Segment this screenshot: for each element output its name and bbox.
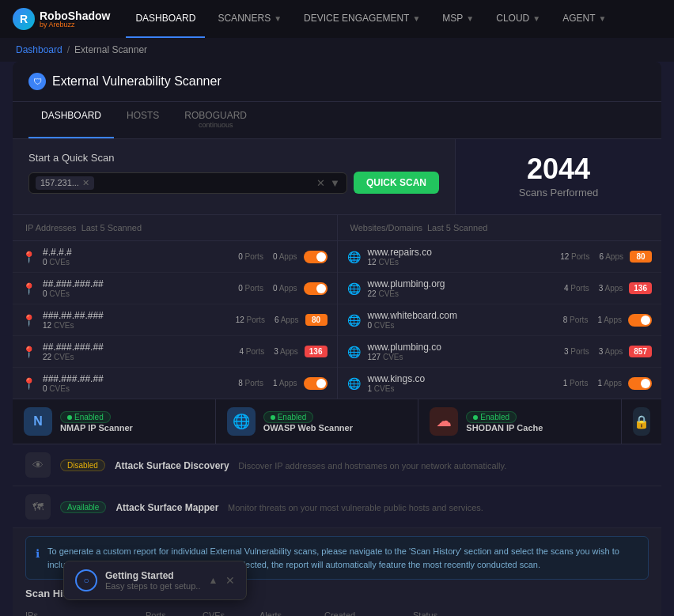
nmap-name: NMAP IP Scanner <box>60 423 204 433</box>
nav-agent[interactable]: AGENT ▼ <box>553 0 615 38</box>
tool-owasp-info: Enabled OWASP Web Scanner <box>263 410 407 433</box>
toast-expand-icon[interactable]: ▲ <box>208 575 218 586</box>
row-ip-name: ##.###.###.## 22 CVEs <box>43 342 233 361</box>
nav-scanners[interactable]: SCANNERS ▼ <box>208 0 291 38</box>
nav-device-engagement[interactable]: DEVICE ENGAGEMENT ▼ <box>294 0 430 38</box>
nav-agent-chevron: ▼ <box>599 14 607 23</box>
location-icon: 📍 <box>22 346 36 358</box>
row-stats: 4 Ports 3 Apps <box>564 284 623 293</box>
row-website-name: www.plumbing.co 127 CVEs <box>368 342 559 361</box>
shodan-name: SHODAN IP Cache <box>466 423 610 433</box>
row-toggle[interactable] <box>628 314 652 327</box>
logo: R RoboShadow by Arebuzz <box>13 8 110 30</box>
breadcrumb-separator: / <box>67 44 70 55</box>
globe-icon: 🌐 <box>347 377 362 390</box>
quick-scan-button[interactable]: QUICK SCAN <box>354 172 439 194</box>
toast-close-icon[interactable]: ✕ <box>225 574 235 587</box>
feature-attack-surface-mapper: 🗺 Available Attack Surface Mapper Monito… <box>13 486 661 528</box>
row-toggle[interactable] <box>304 377 328 390</box>
scanner-tabs: DASHBOARD HOSTS ROBOGUARD continuous <box>13 102 661 139</box>
nav-cloud-chevron: ▼ <box>532 14 540 23</box>
nav-msp[interactable]: MSP ▼ <box>433 0 483 38</box>
row-toggle[interactable] <box>628 377 652 390</box>
nav-scanners-chevron: ▼ <box>274 14 282 23</box>
getting-started-toast[interactable]: ○ Getting Started Easy steps to get setu… <box>63 561 247 600</box>
nav-cloud[interactable]: CLOUD ▼ <box>487 0 550 38</box>
col-ips: IPs <box>25 610 136 616</box>
shodan-status-badge: Enabled <box>466 411 517 423</box>
table-row[interactable]: 🌐 www.plumbing.co 127 CVEs 3 Ports 3 App… <box>338 336 662 368</box>
row-badge: 136 <box>629 282 652 294</box>
table-row[interactable]: 🌐 www.whiteboard.com 0 CVEs 8 Ports 1 Ap… <box>338 304 662 336</box>
scan-input-row: 157.231... ✕ ✕ ▼ QUICK SCAN <box>28 172 439 194</box>
enabled-dot <box>67 415 72 420</box>
breadcrumb-home[interactable]: Dashboard <box>16 44 62 55</box>
scan-tag: 157.231... ✕ <box>36 176 94 190</box>
globe-icon: 🌐 <box>347 314 362 327</box>
location-icon: 📍 <box>22 377 36 390</box>
scan-clear-icon[interactable]: ✕ <box>316 177 325 189</box>
scan-tag-remove[interactable]: ✕ <box>82 178 89 188</box>
globe-icon: 🌐 <box>347 282 362 295</box>
row-stats: 0 Ports 0 Apps <box>238 284 297 293</box>
table-row[interactable]: 📍 #.#.#.# 0 CVEs 0 Ports 0 Apps <box>13 241 337 273</box>
row-toggle[interactable] <box>304 282 328 295</box>
table-row[interactable]: 🌐 www.repairs.co 12 CVEs 12 Ports 6 Apps… <box>338 241 662 273</box>
enabled-dot <box>473 415 478 420</box>
tab-dashboard[interactable]: DASHBOARD <box>28 102 114 138</box>
toast-text: Getting Started Easy steps to get setup.… <box>105 570 200 591</box>
nav-dashboard[interactable]: DASHBOARD <box>126 0 205 38</box>
scan-input-wrap[interactable]: 157.231... ✕ ✕ ▼ <box>28 172 347 194</box>
location-icon: 📍 <box>22 282 36 295</box>
tab-hosts[interactable]: HOSTS <box>114 102 172 138</box>
scanner-icon: 🛡 <box>28 73 46 90</box>
row-stats: 1 Ports 1 Apps <box>563 379 622 387</box>
row-stats: 8 Ports 1 Apps <box>238 379 297 387</box>
feature-attack-surface-discovery: 👁 Disabled Attack Surface Discovery Disc… <box>13 444 661 486</box>
table-row[interactable]: 📍 ###.##.##.### 12 CVEs 12 Ports 6 Apps … <box>13 304 337 336</box>
nav-msp-chevron: ▼ <box>466 14 474 23</box>
feature-discovery-badge: Disabled <box>60 459 105 471</box>
table-row[interactable]: 📍 ###.###.##.## 0 CVEs 8 Ports 1 Apps <box>13 368 337 399</box>
row-stats: 12 Ports 6 Apps <box>560 252 623 261</box>
row-website-name: www.whiteboard.com 0 CVEs <box>368 310 557 330</box>
quick-scan-left: Start a Quick Scan 157.231... ✕ ✕ ▼ QUIC… <box>13 139 456 214</box>
row-toggle[interactable] <box>304 251 328 263</box>
table-row[interactable]: 📍 ##.###.###.## 22 CVEs 4 Ports 3 Apps 1… <box>13 336 337 368</box>
row-ip-name: ###.##.##.### 12 CVEs <box>43 310 229 330</box>
quick-scan-title: Start a Quick Scan <box>28 152 439 164</box>
info-icon: ℹ <box>36 546 40 562</box>
logo-icon: R <box>13 8 35 30</box>
tab-roboguard[interactable]: ROBOGUARD continuous <box>172 102 259 138</box>
scanner-header: 🛡 External Vulnerability Scanner <box>13 62 661 102</box>
feature-rows: 👁 Disabled Attack Surface Discovery Disc… <box>13 444 661 528</box>
websites-panel: Websites/Domains Last 5 Scanned 🌐 www.re… <box>338 215 662 399</box>
row-stats: 12 Ports 6 Apps <box>236 316 299 324</box>
tool-shodan-info: Enabled SHODAN IP Cache <box>466 410 610 433</box>
table-row[interactable]: 📍 ##.###.###.## 0 CVEs 0 Ports 0 Apps <box>13 273 337 304</box>
ip-addresses-panel: IP Addresses Last 5 Scanned 📍 #.#.#.# 0 … <box>13 215 338 399</box>
row-website-name: www.kings.co 1 CVEs <box>368 373 557 393</box>
tool-owasp: 🌐 Enabled OWASP Web Scanner <box>216 399 419 444</box>
main-panel: 🛡 External Vulnerability Scanner DASHBOA… <box>13 62 661 616</box>
table-row[interactable]: 🌐 www.plumbing.org 22 CVEs 4 Ports 3 App… <box>338 273 662 304</box>
tools-row: N Enabled NMAP IP Scanner 🌐 Enabled OWAS… <box>13 399 661 444</box>
row-stats: 0 Ports 0 Apps <box>238 252 297 261</box>
owasp-status-badge: Enabled <box>263 411 314 423</box>
row-ip-name: #.#.#.# 0 CVEs <box>43 247 232 266</box>
row-ip-name: ##.###.###.## 0 CVEs <box>43 278 232 298</box>
globe-icon: 🌐 <box>347 346 362 358</box>
shodan-icon: ☁ <box>430 407 458 436</box>
row-badge: 80 <box>630 251 652 263</box>
scan-dropdown-icon[interactable]: ▼ <box>330 177 340 189</box>
top-nav: R RoboShadow by Arebuzz DASHBOARD SCANNE… <box>0 0 674 38</box>
toast-subtitle: Easy steps to get setup.. <box>105 581 200 591</box>
feature-mapper-text: Attack Surface Mapper Monitor threats on… <box>115 501 649 513</box>
tool-extra: 🔒 <box>622 399 661 444</box>
col-cves: CVEs <box>203 610 250 616</box>
row-stats: 8 Ports 1 Apps <box>563 316 622 324</box>
col-alerts: Alerts <box>259 610 315 616</box>
table-row[interactable]: 🌐 www.kings.co 1 CVEs 1 Ports 1 Apps <box>338 368 662 399</box>
feature-mapper-icon: 🗺 <box>25 494 51 520</box>
feature-discovery-text: Attack Surface Discovery Discover IP add… <box>115 459 649 471</box>
